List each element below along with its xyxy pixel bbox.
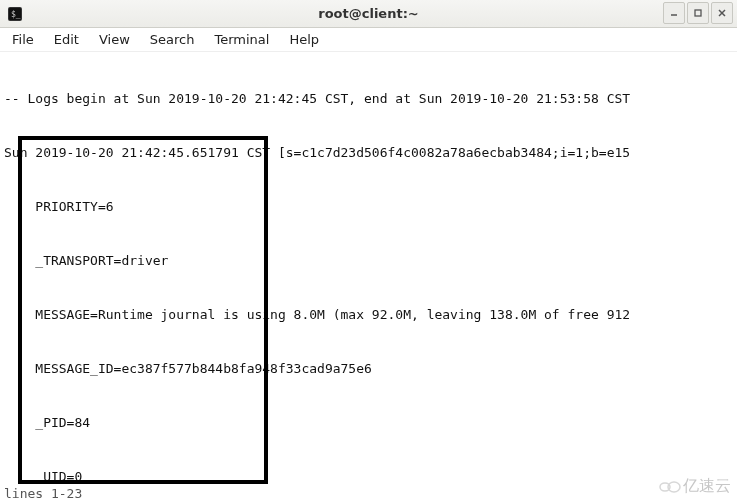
log-line: -- Logs begin at Sun 2019-10-20 21:42:45… (4, 90, 735, 108)
menu-edit[interactable]: Edit (46, 30, 87, 49)
window-title: root@client:~ (0, 6, 737, 21)
maximize-button[interactable] (687, 2, 709, 24)
menu-file[interactable]: File (4, 30, 42, 49)
window-controls (663, 2, 733, 24)
log-line: _TRANSPORT=driver (4, 252, 735, 270)
close-button[interactable] (711, 2, 733, 24)
log-line: MESSAGE_ID=ec387f577b844b8fa948f33cad9a7… (4, 360, 735, 378)
menu-view[interactable]: View (91, 30, 138, 49)
titlebar: $_ root@client:~ (0, 0, 737, 28)
log-line: _PID=84 (4, 414, 735, 432)
svg-text:$_: $_ (11, 10, 21, 19)
log-line: _UID=0 (4, 468, 735, 486)
pager-status: lines 1-23 (0, 485, 86, 503)
menu-search[interactable]: Search (142, 30, 203, 49)
terminal-icon: $_ (6, 5, 24, 23)
log-line: PRIORITY=6 (4, 198, 735, 216)
menubar: File Edit View Search Terminal Help (0, 28, 737, 52)
menu-help[interactable]: Help (281, 30, 327, 49)
minimize-button[interactable] (663, 2, 685, 24)
terminal-area[interactable]: -- Logs begin at Sun 2019-10-20 21:42:45… (0, 52, 737, 503)
log-line: Sun 2019-10-20 21:42:45.651791 CST [s=c1… (4, 144, 735, 162)
svg-rect-4 (695, 10, 701, 16)
log-line: MESSAGE=Runtime journal is using 8.0M (m… (4, 306, 735, 324)
menu-terminal[interactable]: Terminal (206, 30, 277, 49)
